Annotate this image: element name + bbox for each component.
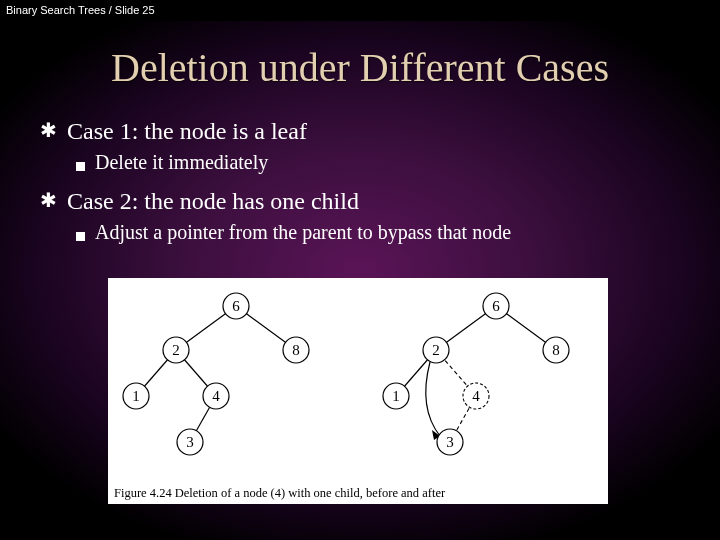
slide: Binary Search Trees / Slide 25 Deletion … xyxy=(0,0,720,540)
square-icon xyxy=(76,162,85,171)
node-label: 8 xyxy=(552,342,560,358)
subbullet-case-2: Adjust a pointer from the parent to bypa… xyxy=(76,221,690,244)
bullet-text: Delete it immediately xyxy=(95,151,268,174)
node-label: 8 xyxy=(292,342,300,358)
figure: .e { stroke:#000; stroke-width:1.2; fill… xyxy=(108,278,608,504)
node-label: 4 xyxy=(472,388,480,404)
node-label: 3 xyxy=(186,434,194,450)
tree-before: 6 2 8 1 4 3 xyxy=(123,293,309,455)
slide-path: Binary Search Trees / Slide 25 xyxy=(0,0,720,21)
node-label: 1 xyxy=(132,388,140,404)
bst-diagram: .e { stroke:#000; stroke-width:1.2; fill… xyxy=(108,278,608,504)
slide-body: ✱ Case 1: the node is a leaf Delete it i… xyxy=(40,118,690,258)
bullet-case-2: ✱ Case 2: the node has one child xyxy=(40,188,690,215)
square-icon xyxy=(76,232,85,241)
bullet-case-1: ✱ Case 1: the node is a leaf xyxy=(40,118,690,145)
node-label: 2 xyxy=(172,342,180,358)
node-label: 4 xyxy=(212,388,220,404)
slide-title: Deletion under Different Cases xyxy=(0,44,720,91)
figure-caption: Figure 4.24 Deletion of a node (4) with … xyxy=(114,486,445,501)
subbullet-case-1: Delete it immediately xyxy=(76,151,690,174)
bullet-text: Case 2: the node has one child xyxy=(67,188,359,215)
bullet-text: Adjust a pointer from the parent to bypa… xyxy=(95,221,511,244)
node-label: 6 xyxy=(232,298,240,314)
asterisk-icon: ✱ xyxy=(40,118,57,142)
tree-after: 6 2 8 1 4 3 xyxy=(383,293,569,455)
node-label: 2 xyxy=(432,342,440,358)
node-label: 6 xyxy=(492,298,500,314)
node-label: 3 xyxy=(446,434,454,450)
bullet-text: Case 1: the node is a leaf xyxy=(67,118,307,145)
asterisk-icon: ✱ xyxy=(40,188,57,212)
node-label: 1 xyxy=(392,388,400,404)
